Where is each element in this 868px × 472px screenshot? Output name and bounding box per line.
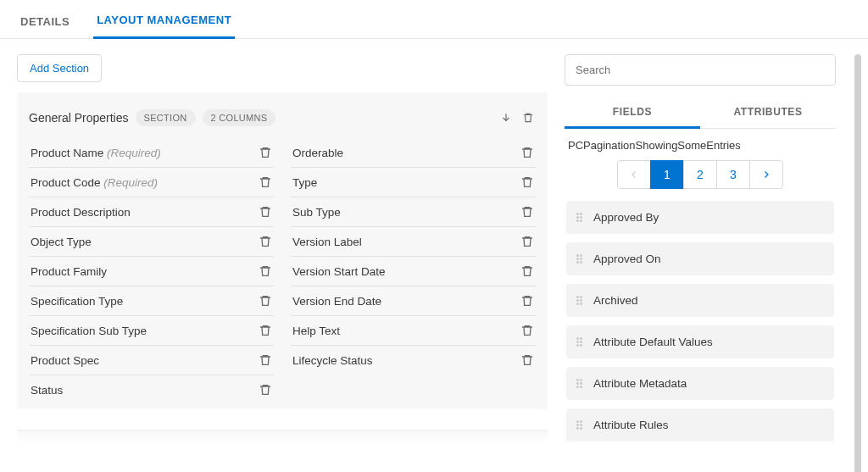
layout-field-row[interactable]: Specification Sub Type bbox=[29, 316, 274, 346]
palette-tab-attributes[interactable]: ATTRIBUTES bbox=[700, 97, 836, 128]
top-tabbar: DETAILS LAYOUT MANAGEMENT bbox=[0, 0, 868, 39]
add-section-button[interactable]: Add Section bbox=[17, 54, 102, 82]
trash-icon[interactable] bbox=[520, 294, 534, 308]
trash-icon[interactable] bbox=[520, 324, 534, 337]
field-label: Product Description bbox=[31, 206, 131, 219]
section-columns-badge: 2 COLUMNS bbox=[203, 109, 276, 126]
trash-icon[interactable] bbox=[259, 264, 272, 278]
layout-field-row[interactable]: Product Spec bbox=[29, 346, 274, 375]
trash-icon[interactable] bbox=[520, 264, 534, 278]
available-field-label: Attribute Default Values bbox=[593, 336, 713, 348]
drag-handle-icon bbox=[576, 379, 585, 388]
layout-field-row[interactable]: Status bbox=[29, 375, 274, 404]
available-field-label: Approved By bbox=[593, 211, 659, 224]
field-required-hint: (Required) bbox=[107, 147, 161, 159]
available-field-item[interactable]: Archived bbox=[566, 284, 834, 317]
layout-field-row[interactable]: Lifecycle Status bbox=[291, 346, 536, 375]
trash-icon[interactable] bbox=[259, 235, 272, 248]
trash-icon[interactable] bbox=[259, 175, 272, 189]
field-label: Lifecycle Status bbox=[292, 354, 373, 367]
available-field-label: Archived bbox=[593, 294, 638, 307]
field-label: Product Name (Required) bbox=[31, 147, 161, 159]
available-field-label: Attribute Rules bbox=[593, 419, 669, 431]
layout-field-row[interactable]: Product Description bbox=[29, 197, 274, 227]
field-label: Product Code (Required) bbox=[31, 176, 158, 189]
trash-icon[interactable] bbox=[259, 353, 272, 367]
layout-field-row[interactable]: Type bbox=[291, 168, 536, 197]
section-type-badge: SECTION bbox=[136, 109, 196, 126]
drag-handle-icon bbox=[576, 337, 585, 347]
field-label: Orderable bbox=[292, 147, 343, 159]
search-input[interactable] bbox=[565, 54, 836, 86]
pagination-label: PCPaginationShowingSomeEntries bbox=[565, 139, 836, 152]
layout-field-row[interactable]: Orderable bbox=[291, 138, 536, 168]
trash-icon[interactable] bbox=[520, 146, 534, 159]
field-label: Status bbox=[31, 384, 63, 397]
palette-tabs: FIELDS ATTRIBUTES bbox=[565, 97, 836, 129]
page-prev-button[interactable] bbox=[617, 160, 651, 189]
section-header: General Properties SECTION 2 COLUMNS bbox=[29, 104, 536, 138]
delete-section-icon[interactable] bbox=[520, 110, 536, 125]
layout-field-row[interactable]: Product Name (Required) bbox=[29, 138, 274, 168]
layout-field-row[interactable]: Version Start Date bbox=[291, 257, 536, 286]
field-label: Version Start Date bbox=[292, 265, 386, 278]
field-label: Version Label bbox=[292, 236, 362, 248]
available-field-item[interactable]: Attribute Default Values bbox=[566, 325, 834, 358]
trash-icon[interactable] bbox=[259, 294, 272, 308]
trash-icon[interactable] bbox=[520, 353, 534, 367]
layout-field-row[interactable]: Object Type bbox=[29, 227, 274, 257]
field-label: Product Family bbox=[31, 265, 107, 278]
available-field-item[interactable]: Approved By bbox=[566, 201, 834, 234]
pagination: 1 2 3 bbox=[565, 160, 836, 189]
trash-icon[interactable] bbox=[259, 324, 272, 337]
trash-icon[interactable] bbox=[520, 175, 534, 189]
field-palette: FIELDS ATTRIBUTES PCPaginationShowingSom… bbox=[565, 54, 836, 472]
tab-layout-management[interactable]: LAYOUT MANAGEMENT bbox=[93, 8, 235, 39]
layout-field-row[interactable]: Product Family bbox=[29, 257, 274, 286]
trash-icon[interactable] bbox=[520, 205, 534, 219]
vertical-scrollbar[interactable] bbox=[854, 54, 861, 472]
drag-handle-icon bbox=[576, 213, 585, 222]
field-label: Version End Date bbox=[292, 295, 381, 308]
layout-field-row[interactable]: Help Text bbox=[291, 316, 536, 346]
section-column-2[interactable]: Orderable Type Sub Type Version Label Ve… bbox=[291, 138, 536, 404]
layout-canvas: Add Section General Properties SECTION 2… bbox=[17, 54, 548, 472]
page-2-button[interactable]: 2 bbox=[683, 160, 717, 189]
available-field-item[interactable]: Attribute Rules bbox=[566, 408, 834, 441]
palette-tab-fields[interactable]: FIELDS bbox=[565, 97, 700, 129]
trash-icon[interactable] bbox=[259, 205, 272, 219]
available-field-label: Approved On bbox=[593, 253, 661, 265]
field-label: Specification Type bbox=[31, 295, 123, 308]
field-required-hint: (Required) bbox=[103, 176, 158, 189]
page-next-button[interactable] bbox=[749, 160, 783, 189]
section-card: General Properties SECTION 2 COLUMNS Pro… bbox=[17, 92, 548, 409]
field-label: Type bbox=[292, 176, 317, 189]
trash-icon[interactable] bbox=[259, 146, 272, 159]
layout-field-row[interactable]: Version Label bbox=[291, 227, 536, 257]
layout-field-row[interactable]: Product Code (Required) bbox=[29, 168, 274, 197]
field-label: Help Text bbox=[292, 325, 340, 337]
drag-handle-icon bbox=[576, 254, 585, 264]
next-section-preview bbox=[17, 430, 548, 443]
layout-field-row[interactable]: Version End Date bbox=[291, 286, 536, 316]
field-label: Object Type bbox=[31, 236, 92, 248]
layout-field-row[interactable]: Sub Type bbox=[291, 197, 536, 227]
drag-handle-icon bbox=[576, 420, 585, 430]
trash-icon[interactable] bbox=[259, 383, 272, 397]
available-field-item[interactable]: Approved On bbox=[566, 242, 834, 275]
field-label: Sub Type bbox=[292, 206, 341, 219]
drag-handle-icon bbox=[576, 296, 585, 305]
section-column-1[interactable]: Product Name (Required)Product Code (Req… bbox=[29, 138, 274, 404]
tab-details[interactable]: DETAILS bbox=[17, 10, 73, 38]
field-label: Specification Sub Type bbox=[31, 325, 147, 337]
layout-field-row[interactable]: Specification Type bbox=[29, 286, 274, 316]
section-title: General Properties bbox=[29, 111, 129, 125]
page-1-button[interactable]: 1 bbox=[650, 160, 684, 189]
field-label: Product Spec bbox=[31, 354, 99, 367]
move-down-icon[interactable] bbox=[498, 110, 514, 125]
available-field-label: Attribute Metadata bbox=[593, 377, 687, 390]
trash-icon[interactable] bbox=[520, 235, 534, 248]
page-3-button[interactable]: 3 bbox=[716, 160, 750, 189]
available-field-item[interactable]: Attribute Metadata bbox=[566, 367, 834, 400]
